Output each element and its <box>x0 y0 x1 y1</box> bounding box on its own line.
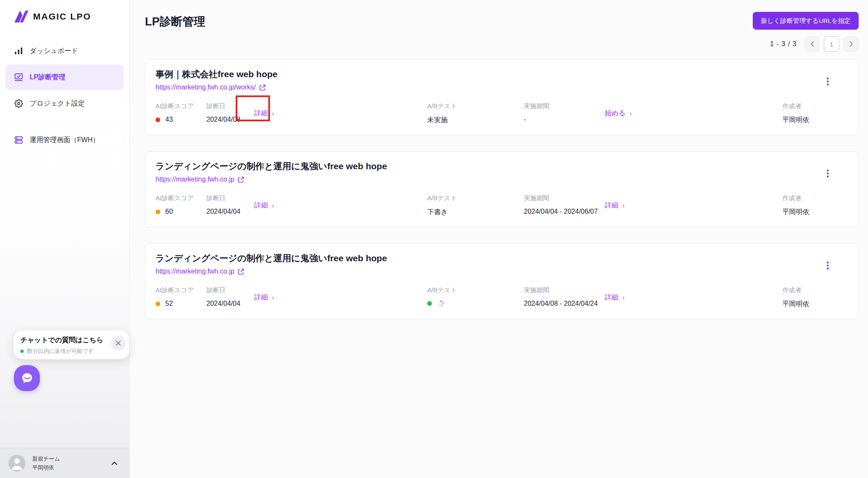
card-menu-kebab-icon[interactable] <box>825 168 830 179</box>
close-icon <box>115 340 121 346</box>
lp-title: 事例｜株式会社free web hope <box>156 68 848 80</box>
spinner-icon <box>437 300 444 307</box>
period-value: - <box>524 116 602 123</box>
ab-running-status-dot <box>427 301 432 306</box>
sidebar-item-dashboard[interactable]: ダッシュボード <box>6 40 124 62</box>
period-label: 実施期間 <box>524 286 602 294</box>
ab-test-label: A/Bテスト <box>427 102 524 110</box>
pagination-next-button[interactable] <box>843 36 859 52</box>
diagnosis-date-label: 診断日 <box>206 102 240 110</box>
pagination-page-1[interactable]: 1 <box>824 36 839 52</box>
chevron-up-icon[interactable] <box>111 459 117 467</box>
sidebar-item-label: LP診断管理 <box>30 73 65 82</box>
score-detail-link[interactable]: 詳細 › <box>254 109 274 118</box>
creator-value: 平岡明依 <box>782 300 848 309</box>
avatar <box>8 455 25 472</box>
score-detail-link[interactable]: 詳細 › <box>254 293 274 302</box>
chevron-right-icon: › <box>272 202 274 210</box>
ab-detail-link[interactable]: 詳細 › <box>605 201 624 210</box>
lp-card: ランディングページの制作と運用に鬼強いfree web hope https:/… <box>145 151 859 227</box>
online-status-dot <box>20 349 24 353</box>
app-window: MAGIC LPO ダッシュボード <box>0 0 868 478</box>
lp-card: 事例｜株式会社free web hope https://marketing.f… <box>145 59 859 135</box>
chat-prompt-bubble[interactable]: チャットでの質問はこちら 数分以内に返信が可能です <box>14 330 129 359</box>
team-name: 新規チーム <box>32 455 105 463</box>
lp-card-list: 事例｜株式会社free web hope https://marketing.f… <box>145 59 859 319</box>
chat-subtitle: 数分以内に返信が可能です <box>27 347 94 355</box>
chat-close-button[interactable] <box>111 336 125 350</box>
chevron-right-icon <box>849 41 853 47</box>
brand-logo[interactable]: MAGIC LPO <box>0 0 129 24</box>
lp-title: ランディングページの制作と運用に鬼強いfree web hope <box>156 252 848 264</box>
gear-icon <box>14 99 24 108</box>
ai-score-label: AI診断スコア <box>156 286 206 294</box>
sidebar: MAGIC LPO ダッシュボード <box>0 0 130 478</box>
creator-value: 平岡明依 <box>782 208 848 217</box>
chat-bubble-icon <box>20 372 34 385</box>
external-link-icon[interactable] <box>238 176 244 183</box>
magic-lpo-logo-icon <box>14 9 29 24</box>
score-status-dot <box>156 210 160 214</box>
ai-score-label: AI診断スコア <box>156 102 206 110</box>
chevron-right-icon: › <box>272 294 274 302</box>
pagination-range: 1 - 3 / 3 <box>770 40 797 48</box>
creator-label: 作成者 <box>782 286 848 294</box>
user-account-bar[interactable]: 新規チーム 平岡明依 <box>0 448 129 478</box>
brand-name: MAGIC LPO <box>33 11 91 22</box>
ab-test-label: A/Bテスト <box>427 286 524 294</box>
sidebar-item-project-settings[interactable]: プロジェクト設定 <box>6 92 124 115</box>
diagnosis-date-value: 2024/04/08 <box>206 116 240 123</box>
ab-test-label: A/Bテスト <box>427 194 524 202</box>
ab-test-status: 下書き <box>427 208 524 217</box>
creator-value: 平岡明依 <box>782 116 848 125</box>
sidebar-item-lp-management[interactable]: LP診断管理 <box>6 64 124 90</box>
creator-label: 作成者 <box>782 194 848 202</box>
chat-launcher-button[interactable] <box>14 365 40 391</box>
score-detail-link[interactable]: 詳細 › <box>254 201 274 210</box>
score-status-dot <box>156 302 160 306</box>
diagnosis-date-label: 診断日 <box>206 194 240 202</box>
card-menu-kebab-icon[interactable] <box>825 76 830 87</box>
external-link-icon[interactable] <box>238 268 244 275</box>
ai-score-value: 43 <box>165 116 173 123</box>
lp-url-link[interactable]: https://marketing.fwh.co.jp <box>156 176 234 183</box>
sidebar-item-admin-fwh[interactable]: 運用管理画面（FWH） <box>6 129 124 151</box>
sidebar-item-label: ダッシュボード <box>30 47 78 56</box>
period-label: 実施期間 <box>524 102 602 110</box>
chevron-right-icon: › <box>272 110 274 117</box>
pagination-prev-button[interactable] <box>804 36 820 52</box>
page-title: LP診断管理 <box>145 12 206 29</box>
chevron-right-icon: › <box>630 110 632 117</box>
sidebar-nav: ダッシュボード LP診断管理 <box>0 40 129 151</box>
main-content: LP診断管理 新しく診断管理するURLを指定 1 - 3 / 3 1 事例｜株式… <box>130 0 868 478</box>
ai-score-value: 60 <box>165 208 173 215</box>
card-menu-kebab-icon[interactable] <box>825 260 830 271</box>
ab-start-link[interactable]: 始める › <box>605 109 632 118</box>
lp-title: ランディングページの制作と運用に鬼強いfree web hope <box>156 160 848 172</box>
lp-url-link[interactable]: https://marketing.fwh.co.jp/works/ <box>156 84 256 91</box>
ai-score-value: 52 <box>165 300 173 307</box>
external-link-icon[interactable] <box>259 84 266 91</box>
lp-check-icon <box>14 73 24 81</box>
pagination: 1 - 3 / 3 1 <box>145 36 859 52</box>
period-value: 2024/04/04 - 2024/06/07 <box>524 208 602 215</box>
ab-detail-link[interactable]: 詳細 › <box>605 293 624 302</box>
new-diagnosis-url-button[interactable]: 新しく診断管理するURLを指定 <box>753 12 859 30</box>
chevron-right-icon: › <box>623 294 624 302</box>
chat-title: チャットでの質問はこちら <box>20 336 122 345</box>
server-stack-icon <box>14 136 24 144</box>
bar-chart-icon <box>14 47 24 55</box>
chevron-left-icon <box>810 41 814 47</box>
period-label: 実施期間 <box>524 194 602 202</box>
lp-card: ランディングページの制作と運用に鬼強いfree web hope https:/… <box>145 243 859 319</box>
diagnosis-date-label: 診断日 <box>206 286 240 294</box>
user-name: 平岡明依 <box>32 464 105 472</box>
lp-url-link[interactable]: https://marketing.fwh.co.jp <box>156 268 234 275</box>
score-status-dot <box>156 117 160 122</box>
creator-label: 作成者 <box>782 102 848 110</box>
diagnosis-date-value: 2024/04/04 <box>206 208 240 215</box>
diagnosis-date-value: 2024/04/04 <box>206 300 240 307</box>
chevron-right-icon: › <box>623 202 624 210</box>
sidebar-item-label: 運用管理画面（FWH） <box>30 136 99 145</box>
ab-test-status: 未実施 <box>427 116 524 125</box>
